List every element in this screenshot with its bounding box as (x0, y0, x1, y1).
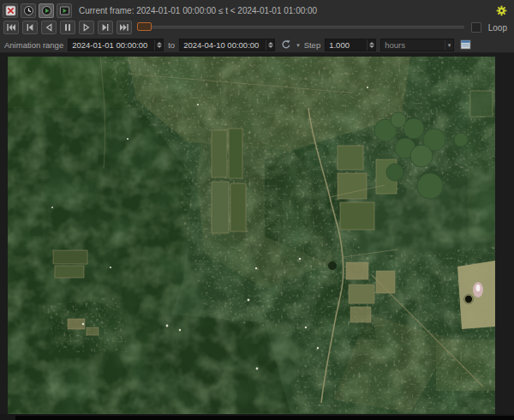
step-forward-button[interactable] (98, 21, 113, 34)
red-x-icon (5, 5, 16, 16)
range-end-input[interactable]: 2024-04-10 00:00:00 (179, 39, 275, 51)
refresh-icon (281, 39, 291, 50)
loop-label: Loop (488, 23, 507, 33)
settings-button[interactable] (493, 3, 509, 18)
playback-row: Loop (0, 19, 514, 36)
clock-icon (23, 5, 34, 16)
range-start-spinner[interactable] (154, 39, 163, 51)
step-forward-icon (100, 22, 111, 33)
range-end-value[interactable]: 2024-04-10 00:00:00 (180, 40, 266, 50)
temporal-controller-panel: Current frame: 2024-01-01 00:00:00 ≤ t <… (0, 0, 514, 53)
loop-checkbox[interactable] (471, 22, 481, 33)
export-animation-icon (460, 39, 471, 50)
time-slider[interactable] (137, 21, 464, 33)
range-start-value[interactable]: 2024-01-01 00:00:00 (69, 40, 154, 50)
play-backward-icon (44, 22, 54, 33)
step-unit-select[interactable]: hours ▾ (380, 39, 454, 51)
export-animation-button[interactable] (458, 38, 472, 52)
current-frame-label: Current frame: 2024-01-01 00:00:00 ≤ t <… (79, 6, 317, 15)
play-backward-button[interactable] (41, 21, 57, 34)
range-end-spinner[interactable] (266, 39, 274, 51)
step-input[interactable]: 1.000 (325, 39, 376, 51)
play-frame-icon (59, 5, 70, 16)
play-forward-icon (81, 22, 92, 33)
to-label: to (168, 40, 175, 50)
select-caret-icon[interactable]: ▾ (445, 39, 454, 51)
step-back-icon (25, 22, 35, 33)
skip-start-icon (6, 22, 16, 33)
movie-mode-button[interactable] (57, 3, 72, 18)
step-back-button[interactable] (22, 21, 38, 34)
navigation-mode-row: Current frame: 2024-01-01 00:00:00 ≤ t <… (0, 0, 514, 19)
refresh-dropdown-caret[interactable]: ▾ (296, 42, 300, 48)
play-forward-button[interactable] (79, 21, 94, 34)
fixed-range-navigation-button[interactable] (21, 3, 36, 18)
refresh-range-button[interactable] (279, 38, 292, 52)
map-canvas[interactable] (8, 57, 495, 414)
skip-end-icon (119, 22, 129, 33)
animated-navigation-button[interactable] (39, 3, 54, 18)
step-unit-value: hours (381, 40, 444, 50)
animation-range-row: Animation range 2024-01-01 00:00:00 to 2… (0, 36, 514, 53)
step-label: Step (304, 40, 321, 50)
temporal-controller-window: Current frame: 2024-01-01 00:00:00 ≤ t <… (0, 0, 514, 420)
play-circle-icon (41, 5, 52, 16)
range-start-input[interactable]: 2024-01-01 00:00:00 (68, 39, 164, 51)
pause-button[interactable] (60, 21, 75, 34)
step-spinner[interactable] (367, 39, 375, 51)
map-container (0, 54, 514, 414)
status-strip (0, 414, 514, 420)
time-slider-track[interactable] (137, 26, 464, 30)
step-value[interactable]: 1.000 (326, 40, 367, 50)
temporal-navigation-off-button[interactable] (3, 3, 18, 18)
animation-range-label: Animation range (4, 40, 63, 50)
status-strip-bar (15, 416, 514, 420)
time-slider-handle[interactable] (137, 22, 152, 31)
pause-icon (63, 22, 73, 33)
gear-icon (496, 5, 507, 16)
skip-to-start-button[interactable] (3, 21, 19, 34)
skip-to-end-button[interactable] (117, 21, 132, 34)
satellite-imagery (8, 57, 495, 414)
